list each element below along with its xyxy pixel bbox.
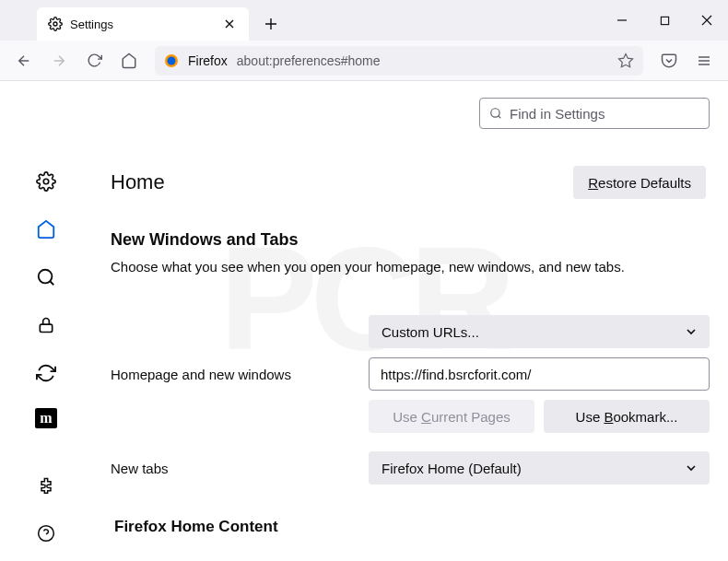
search-placeholder: Find in Settings: [510, 106, 605, 122]
bookmark-star-icon[interactable]: [617, 53, 634, 69]
content-area: PCR m Find in Settings: [0, 81, 728, 561]
window-close-button[interactable]: [686, 6, 728, 35]
tab-title: Settings: [70, 18, 214, 31]
new-tab-button[interactable]: [256, 9, 286, 39]
sidebar-extension-m[interactable]: m: [35, 408, 57, 428]
svg-point-7: [39, 270, 53, 284]
firefox-icon: [164, 53, 179, 68]
sidebar-item-search[interactable]: [33, 264, 59, 290]
homepage-mode-select[interactable]: Custom URLs...: [369, 315, 710, 348]
url-identity-label: Firefox: [188, 53, 228, 68]
settings-panel: Find in Settings Home RRestore Defaultse…: [92, 81, 728, 561]
svg-point-6: [43, 179, 49, 184]
forward-button[interactable]: [42, 46, 76, 76]
restore-defaults-button[interactable]: RRestore Defaultsestore Defaults: [573, 166, 706, 199]
chevron-down-icon: [686, 462, 697, 473]
url-path: about:preferences#home: [237, 53, 381, 68]
back-button[interactable]: [7, 46, 41, 76]
home-button[interactable]: [112, 46, 146, 76]
svg-point-3: [168, 56, 176, 64]
sidebar-item-general[interactable]: [33, 169, 59, 194]
use-bookmark-button[interactable]: Use Bookmark...: [544, 400, 710, 433]
svg-point-0: [53, 22, 57, 26]
sidebar-item-help[interactable]: [33, 520, 59, 546]
svg-point-9: [39, 526, 54, 542]
nav-toolbar: Firefox about:preferences#home: [0, 41, 728, 81]
homepage-mode-value: Custom URLs...: [382, 324, 479, 340]
homepage-label: Homepage and new windows: [111, 367, 369, 382]
pocket-button[interactable]: [652, 46, 686, 76]
minimize-button[interactable]: [601, 6, 643, 35]
svg-rect-8: [40, 324, 52, 332]
homepage-url-input[interactable]: [369, 357, 710, 391]
svg-point-10: [491, 109, 499, 117]
use-current-pages-button[interactable]: Use Current Pages: [369, 400, 534, 433]
gear-icon: [48, 17, 63, 31]
section-new-windows-desc: Choose what you see when you open your h…: [111, 259, 710, 275]
maximize-button[interactable]: [643, 6, 686, 35]
sidebar-item-sync[interactable]: [33, 360, 59, 386]
svg-marker-4: [619, 53, 633, 66]
section-home-content-title: Firefox Home Content: [114, 518, 710, 536]
newtabs-mode-value: Firefox Home (Default): [382, 461, 522, 476]
section-new-windows-title: New Windows and Tabs: [111, 230, 710, 250]
newtabs-label: New tabs: [111, 461, 369, 476]
newtabs-mode-select[interactable]: Firefox Home (Default): [369, 451, 710, 485]
chevron-down-icon: [686, 326, 697, 337]
browser-tab[interactable]: Settings: [37, 7, 249, 41]
svg-rect-1: [661, 17, 668, 24]
sidebar-item-privacy[interactable]: [33, 312, 59, 338]
url-bar[interactable]: Firefox about:preferences#home: [155, 46, 643, 76]
window-controls: [601, 0, 728, 41]
find-in-settings-input[interactable]: Find in Settings: [479, 98, 710, 129]
tab-close-icon[interactable]: [221, 16, 238, 32]
settings-sidebar: m: [0, 81, 92, 561]
tab-bar: Settings: [0, 0, 728, 41]
sidebar-item-home[interactable]: [33, 216, 59, 242]
page-title: Home: [111, 170, 165, 194]
app-menu-button[interactable]: [687, 46, 721, 76]
sidebar-item-extensions[interactable]: [33, 473, 59, 498]
reload-button[interactable]: [77, 46, 111, 76]
